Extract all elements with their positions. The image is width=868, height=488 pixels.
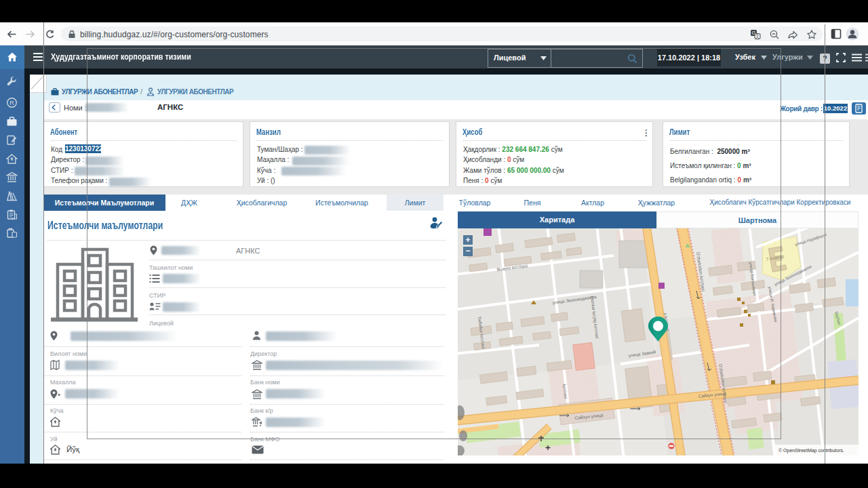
svg-text:R: R bbox=[9, 100, 14, 106]
svg-text:文: 文 bbox=[755, 33, 760, 39]
svg-text:© OpenStreetMap contributors.: © OpenStreetMap contributors. bbox=[778, 448, 844, 453]
